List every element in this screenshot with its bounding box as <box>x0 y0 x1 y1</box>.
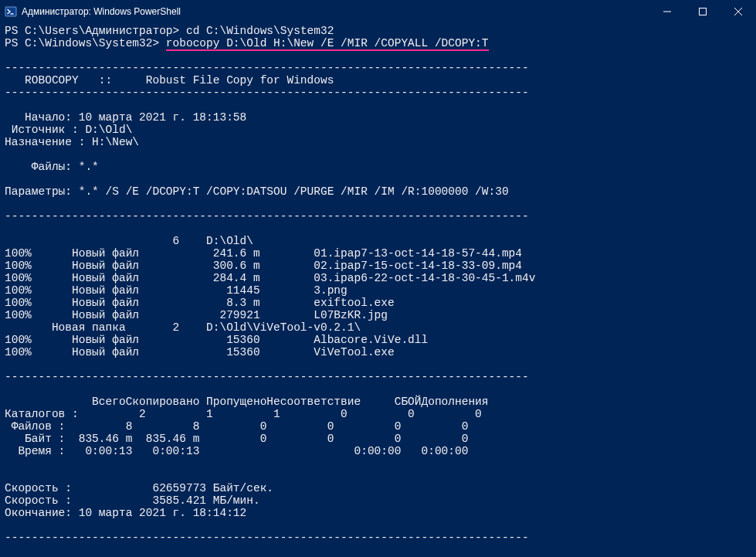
file-rows: 100% Новый файл 241.6 m 01.ipap7-13-oct-… <box>5 247 535 358</box>
speed-mb: Скорость : 3585.421 МБ/мин. <box>5 494 260 507</box>
files-filter: Файлы: *.* <box>5 161 99 173</box>
powershell-window: Администратор: Windows PowerShell PS C:\… <box>0 0 756 557</box>
maximize-icon <box>699 8 707 15</box>
terminal-lines: PS C:\Users\Администратор> cd C:\Windows… <box>5 25 751 557</box>
maximize-button[interactable] <box>685 0 720 23</box>
close-icon <box>734 8 742 15</box>
command-robocopy: robocopy D:\Old H:\New /E /MIR /COPYALL … <box>166 37 489 51</box>
robocopy-header: ROBOCOPY :: Robust File Copy for Windows <box>5 74 334 87</box>
terminal-output[interactable]: PS C:\Users\Администратор> cd C:\Windows… <box>0 23 756 557</box>
speed-bytes: Скорость : 62659773 Байт/сек. <box>5 482 273 494</box>
dashes: ----------------------------------------… <box>5 87 529 99</box>
command-cd: cd C:\Windows\System32 <box>186 25 334 37</box>
dest-path: Назначение : H:\New\ <box>5 136 139 148</box>
minimize-button[interactable] <box>649 0 685 23</box>
start-time: Начало: 10 марта 2021 г. 18:13:58 <box>5 111 246 124</box>
prompt-ps: PS <box>5 25 25 37</box>
source-path: Источник : D:\Old\ <box>5 124 132 136</box>
dashes: ----------------------------------------… <box>5 371 529 383</box>
minimize-icon <box>663 8 671 15</box>
summary-dirs: Каталогов : 2 1 1 0 0 0 <box>5 408 482 420</box>
dashes: ----------------------------------------… <box>5 62 529 74</box>
summary-header: ВсегоСкопировано ПропущеноНесоответствие… <box>5 396 489 408</box>
prompt-path: C:\Windows\System32> <box>25 37 166 49</box>
svg-rect-1 <box>700 8 707 15</box>
summary-files: Файлов : 8 8 0 0 0 0 <box>5 420 468 433</box>
summary-time: Время : 0:00:13 0:00:13 0:00:00 0:00:00 <box>5 445 468 457</box>
parameters: Параметры: *.* /S /E /DCOPY:T /COPY:DATS… <box>5 185 509 198</box>
dashes: ----------------------------------------… <box>5 210 529 222</box>
prompt-ps: PS <box>5 37 25 49</box>
dashes: ----------------------------------------… <box>5 532 529 544</box>
summary-bytes: Байт : 835.46 m 835.46 m 0 0 0 0 <box>5 433 468 445</box>
window-controls <box>649 0 756 23</box>
prompt-path: C:\Users\Администратор> <box>25 25 186 37</box>
window-title: Администратор: Windows PowerShell <box>22 0 649 23</box>
app-icon <box>5 5 17 18</box>
dir-line: 6 D:\Old\ <box>5 235 253 247</box>
end-time: Окончание: 10 марта 2021 г. 18:14:12 <box>5 507 246 519</box>
close-button[interactable] <box>720 0 756 23</box>
titlebar[interactable]: Администратор: Windows PowerShell <box>0 0 756 23</box>
